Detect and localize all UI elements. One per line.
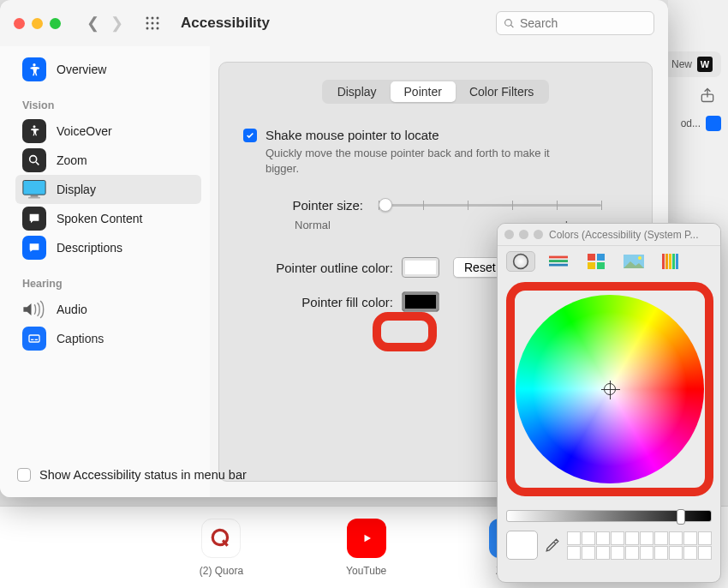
mode-image[interactable] xyxy=(619,251,648,272)
fill-color-well[interactable] xyxy=(402,291,439,312)
dock-label: YouTube xyxy=(346,565,386,577)
sidebar-item-overview[interactable]: Overview xyxy=(15,55,201,84)
svg-rect-31 xyxy=(588,262,595,269)
svg-rect-22 xyxy=(31,339,33,340)
svg-point-8 xyxy=(157,22,159,25)
sidebar-item-label: Display xyxy=(57,183,96,196)
svg-rect-32 xyxy=(597,262,605,269)
spoken-icon xyxy=(22,207,46,231)
svg-rect-26 xyxy=(549,256,568,259)
mode-wheel[interactable] xyxy=(506,251,535,272)
share-icon[interactable] xyxy=(699,86,716,105)
svg-point-19 xyxy=(33,246,35,248)
fullscreen-button[interactable] xyxy=(50,18,61,29)
minimize-button[interactable] xyxy=(32,18,43,29)
forward-button[interactable]: ❯ xyxy=(107,14,126,33)
audio-icon xyxy=(22,297,46,321)
svg-rect-36 xyxy=(665,254,668,269)
svg-point-18 xyxy=(32,246,33,248)
sidebar-item-descriptions[interactable]: Descriptions xyxy=(15,233,201,262)
svg-rect-17 xyxy=(28,197,40,199)
tab-pointer[interactable]: Pointer xyxy=(391,81,456,102)
mode-sliders[interactable] xyxy=(544,251,573,272)
descriptions-icon xyxy=(22,236,46,260)
dock-item-quora[interactable]: (2) Quora xyxy=(200,519,243,577)
svg-rect-23 xyxy=(35,339,38,340)
zoom-icon xyxy=(22,148,46,172)
slider-min-label: Normal xyxy=(295,219,331,231)
mode-pencils[interactable] xyxy=(657,251,686,272)
search-field[interactable] xyxy=(496,11,654,35)
quora-icon xyxy=(201,519,241,558)
shake-checkbox[interactable] xyxy=(243,129,257,142)
svg-rect-27 xyxy=(549,260,568,262)
shake-description: Quickly move the mouse pointer back and … xyxy=(266,146,574,176)
pointer-size-label: Pointer size: xyxy=(243,198,363,213)
tab-display[interactable]: Display xyxy=(324,81,391,102)
tab-label: New xyxy=(671,58,692,70)
sidebar-item-zoom[interactable]: Zoom xyxy=(15,146,201,175)
shake-row: Shake mouse pointer to locate Quickly mo… xyxy=(243,128,628,176)
voiceover-icon xyxy=(22,119,46,143)
bookmark-item[interactable]: od... xyxy=(681,116,721,131)
svg-rect-39 xyxy=(676,254,678,269)
svg-point-25 xyxy=(514,255,528,269)
svg-point-3 xyxy=(146,17,149,20)
bookmark-label: od... xyxy=(681,117,701,129)
browser-tab[interactable]: New W xyxy=(663,51,721,77)
svg-point-5 xyxy=(157,17,159,20)
picker-minimize-button[interactable] xyxy=(519,230,528,239)
pointer-size-slider[interactable] xyxy=(379,196,601,213)
search-input[interactable] xyxy=(520,16,647,30)
svg-rect-30 xyxy=(597,254,605,261)
picker-zoom-button[interactable] xyxy=(534,230,543,239)
dock-label: (2) Quora xyxy=(200,565,243,577)
mode-palettes[interactable] xyxy=(582,251,611,272)
shake-label: Shake mouse pointer to locate xyxy=(266,128,574,142)
svg-rect-15 xyxy=(23,181,45,195)
overview-icon xyxy=(22,57,46,81)
sidebar-item-audio[interactable]: Audio xyxy=(15,295,201,324)
show-all-icon[interactable] xyxy=(143,14,162,33)
svg-point-34 xyxy=(638,256,641,260)
svg-point-9 xyxy=(146,27,149,30)
slider-thumb[interactable] xyxy=(379,198,392,212)
sidebar-item-spoken[interactable]: Spoken Content xyxy=(15,204,201,233)
sidebar-item-display[interactable]: Display xyxy=(15,175,201,204)
sidebar-item-voiceover[interactable]: VoiceOver xyxy=(15,117,201,146)
captions-icon xyxy=(22,327,46,351)
color-picker-window: Colors (Accessibility (System P... xyxy=(497,223,721,583)
sidebar: Overview Vision VoiceOver Zoom Displa xyxy=(0,46,210,497)
back-button[interactable]: ❮ xyxy=(83,14,102,33)
sidebar-item-captions[interactable]: Captions xyxy=(15,324,201,353)
svg-rect-21 xyxy=(29,335,39,342)
svg-point-13 xyxy=(33,125,36,128)
picker-close-button[interactable] xyxy=(504,230,514,239)
svg-point-6 xyxy=(146,22,149,25)
tab-color-filters[interactable]: Color Filters xyxy=(456,81,547,102)
svg-point-7 xyxy=(152,22,154,25)
menu-bar-checkbox[interactable] xyxy=(17,468,31,482)
picker-mode-tabs xyxy=(498,246,720,277)
traffic-lights xyxy=(14,18,61,29)
current-color-swatch[interactable] xyxy=(506,531,538,560)
outline-color-well[interactable] xyxy=(402,257,439,278)
sidebar-item-label: VoiceOver xyxy=(57,124,112,138)
display-icon xyxy=(22,177,46,201)
brightness-slider[interactable] xyxy=(506,510,712,522)
sidebar-item-label: Spoken Content xyxy=(57,212,142,225)
fill-color-label: Pointer fill color: xyxy=(243,295,393,309)
picker-titlebar: Colors (Accessibility (System P... xyxy=(498,224,720,246)
outline-color-label: Pointer outline color: xyxy=(243,261,393,275)
dock-item-youtube[interactable]: YouTube xyxy=(346,519,386,577)
menu-bar-label: Show Accessibility status in menu bar xyxy=(39,468,247,482)
sidebar-section-vision: Vision xyxy=(22,99,201,111)
eyedropper-icon[interactable] xyxy=(545,537,560,554)
svg-point-4 xyxy=(152,17,154,20)
svg-rect-28 xyxy=(549,264,568,267)
saved-swatches[interactable] xyxy=(567,531,712,560)
brightness-thumb[interactable] xyxy=(677,509,685,525)
close-button[interactable] xyxy=(14,18,25,29)
sidebar-item-label: Captions xyxy=(57,332,104,345)
svg-rect-16 xyxy=(31,195,39,197)
